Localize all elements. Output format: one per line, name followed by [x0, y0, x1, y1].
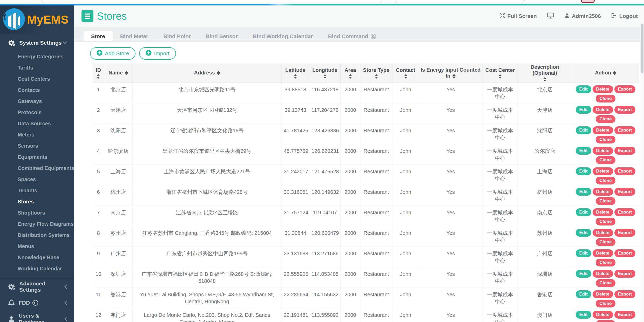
edit-button[interactable]: Edit [576, 249, 591, 257]
export-button[interactable]: Export [614, 126, 636, 134]
edit-button[interactable]: Edit [576, 290, 591, 298]
sidebar-item-shopfloors[interactable]: Shopfloors [0, 207, 74, 218]
delete-button[interactable]: Delete [593, 167, 613, 175]
export-button[interactable]: Export [614, 290, 636, 298]
tab-bind-meter[interactable]: Bind Meter [113, 31, 156, 41]
clone-button[interactable]: Clone [596, 115, 615, 123]
column-header-description-optional[interactable]: Description (Optional) [518, 63, 572, 83]
sidebar-item-protocols[interactable]: Protocols [0, 107, 74, 118]
delete-button[interactable]: Delete [593, 290, 613, 298]
column-header-cost-center[interactable]: Cost Center [483, 63, 518, 83]
export-button[interactable]: Export [614, 167, 636, 175]
clone-button[interactable]: Clone [596, 279, 615, 287]
column-header-area[interactable]: Area [341, 63, 360, 83]
column-header-name[interactable]: Name [104, 63, 133, 83]
edit-button[interactable]: Edit [576, 126, 591, 134]
sidebar-item-tariffs[interactable]: Tariffs [0, 62, 74, 73]
column-header-is-energy-input-counted-in[interactable]: Is Energy Input Counted In [419, 63, 483, 83]
column-header-id[interactable]: ID [93, 63, 104, 83]
sidebar-item-gateways[interactable]: Gateways [0, 96, 74, 107]
tab-bind-sensor[interactable]: Bind Sensor [198, 31, 245, 41]
sidebar-item-sensors[interactable]: Sensors [0, 140, 74, 152]
column-header-contact[interactable]: Contact [392, 63, 419, 83]
sidebar-item-spaces[interactable]: Spaces [0, 174, 74, 185]
export-button[interactable]: Export [614, 208, 636, 216]
tab-bind-point[interactable]: Bind Point [156, 31, 198, 41]
tab-bind-working-calendar[interactable]: Bind Working Calendar [245, 31, 321, 41]
user-menu[interactable]: Admin2506 [564, 13, 601, 19]
export-button[interactable]: Export [614, 85, 636, 93]
vertical-scrollbar[interactable] [640, 5, 644, 322]
sidebar-item-working-calendar[interactable]: Working Calendar [0, 263, 74, 274]
delete-button[interactable]: Delete [593, 249, 613, 257]
delete-button[interactable]: Delete [593, 147, 613, 155]
export-button[interactable]: Export [614, 270, 636, 278]
export-button[interactable]: Export [614, 147, 636, 155]
column-header-address[interactable]: Address [133, 63, 282, 83]
sidebar-item-combined-equipments[interactable]: Combined Equipments [0, 163, 74, 174]
tab-store[interactable]: Store [84, 31, 113, 41]
add-store-button[interactable]: Add Store [90, 47, 135, 60]
edit-button[interactable]: Edit [576, 147, 591, 155]
sidebar-section-fdd[interactable]: FDD E [0, 295, 74, 311]
clone-button[interactable]: Clone [596, 238, 615, 246]
edit-button[interactable]: Edit [576, 188, 591, 196]
clone-button[interactable]: Clone [596, 136, 615, 143]
delete-button[interactable]: Delete [593, 85, 613, 93]
clone-button[interactable]: Clone [596, 177, 615, 184]
sidebar-item-energy-categories[interactable]: Energy Categories [0, 51, 74, 62]
delete-button[interactable]: Delete [593, 188, 613, 196]
column-header-action[interactable]: Action [572, 63, 639, 83]
clone-button[interactable]: Clone [596, 320, 615, 322]
clone-button[interactable]: Clone [596, 300, 615, 307]
export-button[interactable]: Export [614, 249, 636, 257]
delete-button[interactable]: Delete [593, 208, 613, 216]
export-button[interactable]: Export [614, 188, 636, 196]
edit-button[interactable]: Edit [576, 270, 591, 278]
sidebar-item-tenants[interactable]: Tenants [0, 185, 74, 196]
scrollbar-thumb[interactable] [641, 24, 643, 73]
column-header-longitude[interactable]: Longitude [309, 63, 341, 83]
sidebar-item-meters[interactable]: Meters [0, 129, 74, 140]
clone-button[interactable]: Clone [596, 197, 615, 205]
edit-button[interactable]: Edit [576, 85, 591, 93]
edit-button[interactable]: Edit [576, 106, 591, 114]
sidebar-item-cost-centers[interactable]: Cost Centers [0, 73, 74, 85]
edit-button[interactable]: Edit [576, 229, 591, 237]
fullscreen-button[interactable]: Full Screen [499, 13, 537, 20]
sidebar-item-knowledge-base[interactable]: Knowledge Base [0, 252, 74, 263]
delete-button[interactable]: Delete [593, 270, 613, 278]
edit-button[interactable]: Edit [576, 311, 591, 319]
delete-button[interactable]: Delete [593, 106, 613, 114]
hamburger-icon[interactable] [82, 10, 93, 22]
export-button[interactable]: Export [614, 106, 636, 114]
sidebar-section-advanced-settings[interactable]: Advanced Settings [0, 279, 74, 295]
sidebar-section-users-privileges[interactable]: Users & Privileges [0, 311, 74, 322]
edit-button[interactable]: Edit [576, 167, 591, 175]
clone-button[interactable]: Clone [596, 259, 615, 266]
sidebar-item-stores[interactable]: Stores [0, 196, 74, 207]
delete-button[interactable]: Delete [593, 229, 613, 237]
export-button[interactable]: Export [614, 229, 636, 237]
clone-button[interactable]: Clone [596, 95, 615, 102]
clone-button[interactable]: Clone [596, 156, 615, 164]
clone-button[interactable]: Clone [596, 218, 615, 225]
sidebar-item-data-sources[interactable]: Data Sources [0, 118, 74, 129]
sidebar-item-energy-flow-diagrams[interactable]: Energy Flow Diagrams [0, 218, 74, 230]
export-button[interactable]: Export [614, 311, 636, 319]
sidebar-item-menus[interactable]: Menus [0, 241, 74, 252]
import-button[interactable]: Import [139, 47, 176, 60]
tab-bind-command[interactable]: Bind CommandE [321, 31, 384, 41]
delete-button[interactable]: Delete [593, 311, 613, 319]
sidebar-item-equipments[interactable]: Equipments [0, 152, 74, 163]
sidebar-item-contacts[interactable]: Contacts [0, 85, 74, 96]
delete-button[interactable]: Delete [593, 126, 613, 134]
sidebar-section-system-settings[interactable]: System Settings [0, 37, 74, 49]
logo[interactable]: MyEMS [0, 5, 74, 34]
display-toggle-button[interactable] [547, 12, 554, 20]
logout-button[interactable]: Logout [611, 13, 638, 19]
sidebar-item-distribution-systems[interactable]: Distribution Systems [0, 230, 74, 241]
column-header-store-type[interactable]: Store Type [360, 63, 392, 83]
column-header-latitude[interactable]: Latitude [282, 63, 309, 83]
edit-button[interactable]: Edit [576, 208, 591, 216]
